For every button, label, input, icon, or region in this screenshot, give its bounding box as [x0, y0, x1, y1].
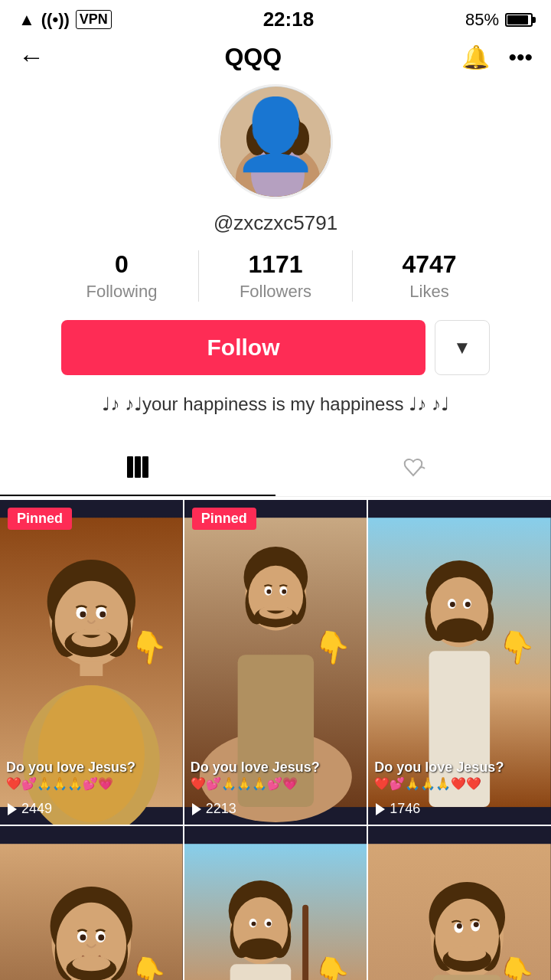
avatar-image: [220, 87, 331, 197]
video-plays: 2213: [192, 801, 236, 817]
svg-point-6: [246, 122, 268, 155]
video-item[interactable]: Pinned 👇 Do you love Jesus? ❤️💕🙏🙏🙏💕💗 221…: [184, 500, 367, 825]
stat-likes[interactable]: 4747 Likes: [353, 250, 506, 302]
back-button[interactable]: ←: [18, 42, 44, 72]
svg-rect-17: [142, 456, 148, 478]
follow-button[interactable]: Follow: [61, 320, 425, 375]
svg-rect-30: [80, 661, 103, 676]
video-caption: Do you love Jesus? ❤️💕🙏🙏🙏💕💗: [184, 759, 367, 791]
video-item[interactable]: Pinned 👇 Do you love Jesus? ❤️💕🙏🙏🙏💕💗 244…: [0, 500, 183, 825]
play-count: 2449: [21, 801, 52, 817]
bio: ♩♪ ♪♩your happiness is my happiness ♩♪ ♪…: [102, 394, 449, 415]
video-item[interactable]: 👇 Do you love Jesus? ❤️💕🙏🙏🙏❤️❤️ 1746: [368, 500, 551, 825]
play-icon: [192, 803, 201, 815]
svg-point-2: [251, 144, 305, 197]
svg-rect-3: [269, 146, 287, 160]
video-caption-text: Do you love Jesus?: [6, 759, 177, 776]
wifi-icon: ▲: [18, 10, 35, 30]
stat-following[interactable]: 0 Following: [45, 250, 198, 302]
more-icon[interactable]: •••: [508, 44, 533, 70]
svg-point-68: [98, 935, 104, 941]
header-actions: 🔔 •••: [461, 44, 533, 70]
svg-rect-72: [302, 905, 308, 980]
svg-point-13: [262, 137, 293, 158]
svg-rect-83: [230, 965, 291, 980]
stats-row: 0 Following 1171 Followers 4747 Likes: [18, 250, 533, 302]
status-bar: ▲ ((•)) VPN 22:18 85%: [0, 0, 551, 36]
page-title: QQQ: [224, 43, 282, 71]
video-caption-text: Do you love Jesus?: [191, 759, 361, 776]
svg-point-82: [239, 939, 282, 960]
svg-point-14: [266, 139, 289, 151]
svg-point-9: [268, 128, 274, 135]
followers-label: Followers: [240, 282, 311, 302]
dropdown-button[interactable]: ▼: [435, 320, 490, 375]
tabs-row: [0, 446, 551, 497]
svg-point-93: [474, 922, 479, 927]
svg-point-70: [72, 956, 110, 972]
svg-point-10: [282, 128, 288, 135]
svg-point-92: [457, 923, 462, 929]
notification-icon[interactable]: 🔔: [461, 44, 490, 70]
action-row: Follow ▼: [61, 320, 490, 375]
wifi-bars-icon: ((•)): [41, 10, 70, 30]
likes-count: 4747: [402, 250, 456, 279]
following-label: Following: [86, 282, 158, 302]
svg-point-56: [465, 602, 471, 607]
play-icon: [376, 803, 385, 815]
pinned-badge: Pinned: [8, 508, 72, 530]
play-count: 1746: [390, 801, 420, 817]
hand-emoji: 👇: [126, 627, 170, 669]
svg-rect-16: [135, 456, 141, 478]
svg-point-32: [38, 685, 145, 822]
svg-point-8: [261, 116, 295, 153]
svg-point-11: [270, 130, 274, 134]
svg-point-26: [80, 612, 86, 618]
battery-icon: [505, 13, 533, 27]
video-caption-text: Do you love Jesus?: [374, 759, 545, 776]
pinned-badge: Pinned: [192, 508, 256, 530]
status-time: 22:18: [263, 8, 315, 31]
tab-grid[interactable]: [0, 446, 276, 496]
svg-point-44: [282, 590, 286, 594]
svg-point-43: [266, 590, 271, 594]
video-plays: 2449: [8, 801, 52, 817]
svg-point-27: [99, 612, 106, 618]
svg-point-5: [255, 105, 301, 148]
video-caption: Do you love Jesus? ❤️💕🙏🙏🙏💕💗: [0, 759, 183, 791]
video-item[interactable]: 👇 Do you love Jesus? ❤️💕🙏🙏🙏❤️❤️ 1071: [184, 826, 367, 980]
svg-point-57: [437, 618, 483, 642]
play-count: 2213: [206, 801, 236, 817]
heart-chain-icon: [399, 457, 427, 485]
grid-icon: [126, 455, 150, 485]
svg-point-4: [256, 108, 299, 157]
status-left: ▲ ((•)) VPN: [18, 10, 112, 30]
svg-point-81: [266, 922, 271, 926]
avatar: [218, 84, 333, 199]
battery-percent: 85%: [465, 10, 499, 30]
svg-rect-15: [127, 456, 133, 478]
svg-point-29: [71, 629, 111, 647]
video-caption-emoji: ❤️💕🙏🙏🙏❤️❤️: [374, 776, 545, 791]
video-grid: Pinned 👇 Do you love Jesus? ❤️💕🙏🙏🙏💕💗 244…: [0, 500, 551, 980]
svg-rect-96: [433, 975, 502, 980]
svg-point-67: [80, 935, 86, 941]
video-caption: Do you love Jesus? ❤️💕🙏🙏🙏❤️❤️: [368, 759, 551, 791]
followers-count: 1171: [248, 250, 302, 279]
stat-followers[interactable]: 1171 Followers: [199, 250, 352, 302]
svg-point-12: [284, 130, 288, 134]
hand-emoji: 👇: [494, 627, 538, 669]
svg-point-55: [450, 602, 455, 607]
svg-point-80: [251, 922, 256, 926]
video-caption-emoji: ❤️💕🙏🙏🙏💕💗: [6, 776, 177, 791]
header: ← QQQ 🔔 •••: [0, 36, 551, 84]
likes-label: Likes: [409, 282, 448, 302]
profile-section: @zxczxc5791 0 Following 1171 Followers 4…: [0, 84, 551, 446]
svg-point-7: [288, 122, 309, 155]
hand-emoji: 👇: [311, 627, 354, 669]
play-icon: [8, 803, 17, 815]
tab-liked[interactable]: [276, 446, 551, 496]
video-item[interactable]: 👇 Do you love Jesus? ❤️💕🙏🙏🙏❤️❤️ 1271: [0, 826, 183, 980]
status-right: 85%: [465, 10, 533, 30]
video-item[interactable]: 👇 Do you love Jesus? ❤️💕🙏🙏🙏❤️❤️ 1929 www…: [368, 826, 551, 980]
